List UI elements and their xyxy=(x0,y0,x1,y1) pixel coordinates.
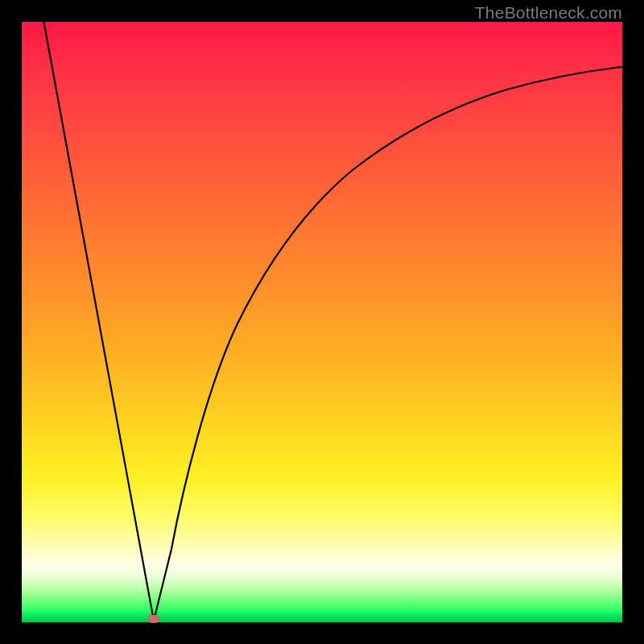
bottleneck-curve xyxy=(22,22,622,622)
bottleneck-curve-path xyxy=(43,22,622,621)
optimal-point-marker xyxy=(148,615,160,623)
chart-frame: TheBottleneck.com xyxy=(0,0,644,644)
plot-area xyxy=(22,22,622,622)
attribution-text: TheBottleneck.com xyxy=(475,3,622,23)
